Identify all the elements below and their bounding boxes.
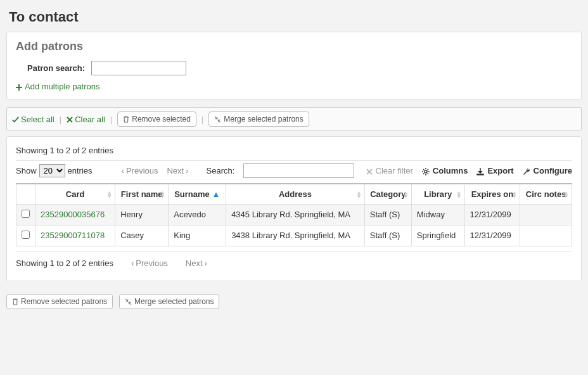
sort-icon: ▲▼ <box>106 191 112 198</box>
select-all-label: Select all <box>21 115 54 124</box>
cell-library: Midway <box>411 205 464 226</box>
add-patrons-panel: Add patrons Patron search: Add multiple … <box>6 32 582 99</box>
export-button[interactable]: Export <box>476 166 513 175</box>
chevron-left-icon: ‹ <box>131 258 134 268</box>
cell-surname: King <box>169 226 226 246</box>
patron-search-input[interactable] <box>91 61 186 75</box>
trash-icon <box>12 297 18 306</box>
export-label: Export <box>487 166 513 175</box>
selection-toolbar: Select all | Clear all | Remove selected… <box>6 107 582 131</box>
table-search-label: Search: <box>207 166 235 175</box>
compress-icon <box>214 115 221 124</box>
x-icon <box>366 166 373 175</box>
chevron-left-icon: ‹ <box>122 166 124 175</box>
sort-icon: ▲▼ <box>160 191 165 198</box>
cell-address: 4345 Library Rd. Springfield, MA <box>226 205 365 226</box>
cell-surname: Acevedo <box>169 205 226 226</box>
remove-selected-patrons-button[interactable]: Remove selected patrons <box>6 294 113 309</box>
compress-icon <box>125 297 132 306</box>
previous-page-button-bottom[interactable]: ‹ Previous <box>131 258 168 268</box>
cell-first-name: Henry <box>115 205 169 226</box>
plus-icon <box>16 82 22 91</box>
merge-selected-patrons-button[interactable]: Merge selected patrons <box>119 294 219 309</box>
columns-label: Columns <box>433 166 468 175</box>
col-header-circ-notes[interactable]: Circ notes▲▼ <box>520 184 572 205</box>
next-label: Next <box>186 258 203 268</box>
table-row: 23529000035676 Henry Acevedo 4345 Librar… <box>16 205 572 226</box>
add-multiple-patrons-link[interactable]: Add multiple patrons <box>16 82 100 91</box>
next-page-button-bottom[interactable]: Next › <box>186 258 207 268</box>
cell-address: 3438 Library Rd. Springfield, MA <box>226 226 365 246</box>
sort-icon: ▲▼ <box>456 191 462 198</box>
x-icon <box>67 115 73 124</box>
previous-label: Previous <box>136 258 168 268</box>
col-header-expires[interactable]: Expires on▲▼ <box>464 184 520 205</box>
cell-expires: 12/31/2099 <box>464 205 520 226</box>
svg-point-0 <box>425 170 427 173</box>
col-header-address[interactable]: Address▲▼ <box>226 184 365 205</box>
sort-icon: ▲▼ <box>403 191 409 198</box>
add-multiple-label: Add multiple patrons <box>25 82 100 91</box>
page-size-select[interactable]: 20 <box>39 164 65 177</box>
wrench-icon <box>523 166 530 175</box>
add-patrons-heading: Add patrons <box>16 40 572 53</box>
table-info-bottom: Showing 1 to 2 of 2 entries <box>16 258 113 268</box>
trash-icon <box>123 115 129 124</box>
col-header-first-name[interactable]: First name▲▼ <box>115 184 169 205</box>
patron-search-label: Patron search: <box>27 63 85 73</box>
sort-asc-icon: ▲ <box>212 189 220 199</box>
patrons-table-panel: Showing 1 to 2 of 2 entries Show 20 entr… <box>6 136 582 281</box>
separator: | <box>109 115 113 124</box>
sort-icon: ▲▼ <box>563 191 569 198</box>
cell-expires: 12/31/2099 <box>464 226 520 246</box>
select-all-button[interactable]: Select all <box>12 115 54 124</box>
cell-library: Springfield <box>411 226 464 246</box>
footer-actions: Remove selected patrons Merge selected p… <box>6 294 582 309</box>
remove-selected-button[interactable]: Remove selected <box>117 111 196 127</box>
page-title: To contact <box>9 9 582 25</box>
clear-filter-button[interactable]: Clear filter <box>366 166 413 175</box>
cell-circ-notes <box>520 205 572 226</box>
entries-label: entries <box>68 166 93 175</box>
row-checkbox[interactable] <box>22 210 30 218</box>
merge-selected-button[interactable]: Merge selected patrons <box>208 111 309 127</box>
remove-selected-patrons-label: Remove selected patrons <box>21 297 107 306</box>
row-checkbox[interactable] <box>22 231 30 239</box>
col-header-category[interactable]: Category▲▼ <box>364 184 411 205</box>
patrons-table: Card▲▼ First name▲▼ Surname ▲ Address▲▼ … <box>16 183 572 246</box>
configure-label: Configure <box>534 166 572 175</box>
chevron-right-icon: › <box>205 258 207 268</box>
chevron-right-icon: › <box>186 166 188 175</box>
cell-category: Staff (S) <box>364 205 411 226</box>
sort-icon: ▲▼ <box>511 191 517 198</box>
previous-page-button[interactable]: ‹ Previous <box>122 166 158 175</box>
next-page-button[interactable]: Next › <box>167 166 188 175</box>
col-header-surname[interactable]: Surname ▲ <box>169 184 226 205</box>
sort-icon: ▲▼ <box>356 191 362 198</box>
col-header-library[interactable]: Library▲▼ <box>411 184 464 205</box>
download-icon <box>476 166 484 175</box>
cell-circ-notes <box>520 226 572 246</box>
col-checkbox <box>16 184 35 205</box>
clear-all-label: Clear all <box>75 115 105 124</box>
separator: | <box>58 115 63 124</box>
gear-icon <box>422 166 430 175</box>
cell-category: Staff (S) <box>364 226 411 246</box>
clear-all-button[interactable]: Clear all <box>67 115 105 124</box>
separator: | <box>200 115 205 124</box>
table-row: 23529000711078 Casey King 3438 Library R… <box>16 226 572 246</box>
configure-button[interactable]: Configure <box>523 166 572 175</box>
col-header-card[interactable]: Card▲▼ <box>35 184 115 205</box>
check-icon <box>12 115 19 124</box>
previous-label: Previous <box>126 166 158 175</box>
cell-first-name: Casey <box>115 226 169 246</box>
clear-filter-label: Clear filter <box>376 166 413 175</box>
table-search-input[interactable] <box>243 163 354 178</box>
card-link[interactable]: 23529000035676 <box>41 210 105 219</box>
table-info: Showing 1 to 2 of 2 entries <box>16 146 572 155</box>
merge-selected-label: Merge selected patrons <box>224 115 303 124</box>
merge-selected-patrons-label: Merge selected patrons <box>134 297 214 306</box>
remove-selected-label: Remove selected <box>132 115 191 124</box>
card-link[interactable]: 23529000711078 <box>41 231 105 240</box>
columns-button[interactable]: Columns <box>422 166 468 175</box>
